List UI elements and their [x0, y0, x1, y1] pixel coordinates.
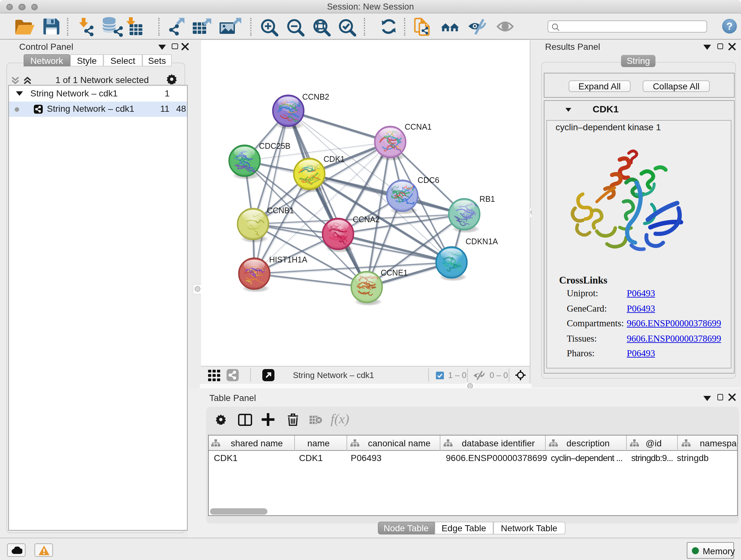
svg-text:CDK1: CDK1	[324, 154, 345, 164]
svg-text:CCNB1: CCNB1	[267, 206, 294, 215]
svg-text:CDC6: CDC6	[418, 176, 440, 185]
svg-text:CCNB2: CCNB2	[302, 92, 329, 101]
svg-text:CDKN1A: CDKN1A	[466, 237, 498, 246]
svg-text:?: ?	[726, 20, 733, 32]
svg-text:CCNA1: CCNA1	[405, 122, 432, 131]
svg-text:RB1: RB1	[480, 194, 495, 203]
svg-text:CDC25B: CDC25B	[259, 141, 291, 150]
svg-text:CCNA2: CCNA2	[353, 215, 380, 224]
svg-text:HIST1H1A: HIST1H1A	[269, 255, 307, 264]
svg-text:CCNE1: CCNE1	[381, 268, 408, 277]
